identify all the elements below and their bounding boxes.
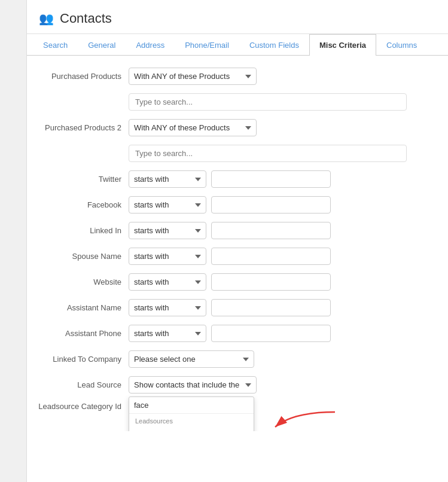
tab-general[interactable]: General: [78, 34, 126, 56]
tab-columns[interactable]: Columns: [376, 34, 427, 56]
tab-custom-fields[interactable]: Custom Fields: [239, 34, 309, 56]
linkedin-filter-select[interactable]: starts with contains: [129, 222, 206, 239]
page-title: Contacts: [60, 11, 112, 26]
spouse-name-row: Spouse Name starts with contains: [33, 248, 436, 265]
website-input[interactable]: [211, 273, 331, 291]
purchased-products-search-row: [33, 93, 436, 111]
assistant-phone-filter-select[interactable]: starts with contains: [129, 325, 206, 342]
lead-source-select[interactable]: Show contacts that include the Show cont…: [129, 376, 257, 393]
autocomplete-search-text: face: [134, 401, 149, 410]
linked-to-company-row: Linked To Company Please select one Yes …: [33, 350, 436, 368]
purchased-products2-select[interactable]: With ANY of these Products With ALL of t…: [129, 119, 257, 136]
linked-to-company-select[interactable]: Please select one Yes No: [129, 350, 254, 368]
lead-source-control: Show contacts that include the Show cont…: [129, 376, 436, 393]
twitter-row: Twitter starts with contains equals ends…: [33, 170, 436, 188]
lead-source-row: Lead Source Show contacts that include t…: [33, 376, 436, 393]
spouse-name-label: Spouse Name: [33, 252, 129, 261]
purchased-products2-control: With ANY of these Products With ALL of t…: [129, 119, 436, 136]
website-label: Website: [33, 277, 129, 286]
autocomplete-dropdown: face Leadsources Facebook Facebook Ads f…: [129, 396, 254, 431]
assistant-phone-label: Assistant Phone: [33, 329, 129, 338]
tab-phone-email[interactable]: Phone/Email: [175, 34, 239, 56]
purchased-products-select[interactable]: With ANY of these Products With ALL of t…: [129, 68, 257, 85]
assistant-name-label: Assistant Name: [33, 303, 129, 312]
purchased-products-label: Purchased Products: [33, 72, 129, 81]
linked-to-company-label: Linked To Company: [33, 355, 129, 364]
contacts-icon: 👥: [39, 11, 54, 26]
leadsource-category-label: Leadsource Category Id: [33, 402, 129, 411]
dropdown-item-facebook[interactable]: Facebook: [129, 426, 254, 431]
spouse-name-input[interactable]: [211, 248, 331, 265]
facebook-input[interactable]: [211, 196, 331, 213]
purchased-products2-label: Purchased Products 2: [33, 123, 129, 132]
tab-address[interactable]: Address: [126, 34, 175, 56]
purchased-products-search[interactable]: [129, 93, 407, 111]
dropdown-section-label: Leadsources: [129, 414, 254, 426]
tab-search[interactable]: Search: [33, 34, 78, 56]
page-header: 👥 Contacts: [27, 0, 448, 34]
purchased-products2-row: Purchased Products 2 With ANY of these P…: [33, 119, 436, 136]
purchased-products-control: With ANY of these Products With ALL of t…: [129, 68, 436, 85]
assistant-name-input[interactable]: [211, 299, 331, 316]
linkedin-row: Linked In starts with contains: [33, 222, 436, 239]
form-area: Purchased Products With ANY of these Pro…: [27, 56, 448, 431]
spouse-name-filter-select[interactable]: starts with contains: [129, 248, 206, 265]
assistant-phone-row: Assistant Phone starts with contains: [33, 325, 436, 342]
facebook-label: Facebook: [33, 200, 129, 209]
facebook-filter-select[interactable]: starts with contains equals ends with: [129, 196, 206, 213]
assistant-phone-input[interactable]: [211, 325, 331, 342]
linkedin-label: Linked In: [33, 226, 129, 235]
purchased-products2-search-row: [33, 145, 436, 162]
website-row: Website starts with contains: [33, 273, 436, 291]
linkedin-input[interactable]: [211, 222, 331, 239]
red-arrow-indicator: [257, 409, 341, 431]
tab-misc-criteria[interactable]: Misc Criteria: [309, 34, 376, 56]
facebook-row: Facebook starts with contains equals end…: [33, 196, 436, 213]
twitter-filter-select[interactable]: starts with contains equals ends with is…: [129, 170, 206, 188]
purchased-products2-search[interactable]: [129, 145, 407, 162]
purchased-products-row: Purchased Products With ANY of these Pro…: [33, 68, 436, 85]
twitter-input[interactable]: [211, 170, 331, 188]
website-filter-select[interactable]: starts with contains: [129, 273, 206, 291]
assistant-name-filter-select[interactable]: starts with contains: [129, 299, 206, 316]
assistant-name-row: Assistant Name starts with contains: [33, 299, 436, 316]
main-content: 👥 Contacts Search General Address Phone/…: [27, 0, 448, 431]
sidebar: [0, 0, 27, 431]
tabs-bar: Search General Address Phone/Email Custo…: [27, 34, 448, 56]
twitter-label: Twitter: [33, 175, 129, 184]
lead-source-label: Lead Source: [33, 380, 129, 389]
